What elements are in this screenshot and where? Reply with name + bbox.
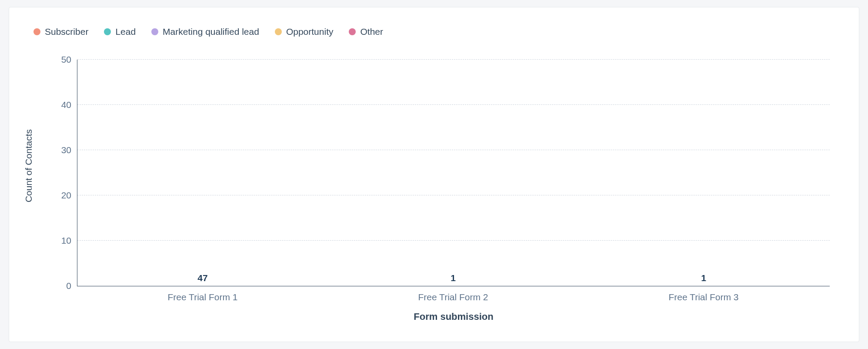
x-tick: Free Trial Form 2 bbox=[418, 292, 488, 302]
y-tick: 10 bbox=[61, 235, 71, 246]
legend-item-other[interactable]: Other bbox=[349, 27, 383, 37]
swatch-mql-icon bbox=[151, 28, 158, 35]
bar-group: 47 Free Trial Form 1 bbox=[77, 60, 328, 286]
y-tick: 20 bbox=[61, 190, 71, 201]
legend-label: Lead bbox=[115, 27, 136, 37]
x-tick: Free Trial Form 1 bbox=[167, 292, 237, 302]
chart-card: Subscriber Lead Marketing qualified lead… bbox=[9, 7, 859, 342]
swatch-opportunity-icon bbox=[275, 28, 282, 35]
legend-item-lead[interactable]: Lead bbox=[104, 27, 136, 37]
legend-item-subscriber[interactable]: Subscriber bbox=[33, 27, 88, 37]
bar-group: 1 Free Trial Form 2 bbox=[328, 60, 578, 286]
legend-label: Subscriber bbox=[45, 27, 88, 37]
legend-label: Marketing qualified lead bbox=[163, 27, 259, 37]
legend-item-opportunity[interactable]: Opportunity bbox=[275, 27, 334, 37]
value-label: 47 bbox=[197, 273, 207, 283]
legend: Subscriber Lead Marketing qualified lead… bbox=[33, 27, 383, 37]
legend-label: Other bbox=[360, 27, 383, 37]
y-tick: 30 bbox=[61, 145, 71, 155]
swatch-other-icon bbox=[349, 28, 356, 35]
value-label: 1 bbox=[451, 273, 456, 283]
value-label: 1 bbox=[701, 273, 706, 283]
y-tick: 0 bbox=[66, 281, 71, 291]
y-tick: 50 bbox=[61, 54, 71, 65]
legend-label: Opportunity bbox=[286, 27, 334, 37]
swatch-subscriber-icon bbox=[33, 28, 40, 35]
x-tick: Free Trial Form 3 bbox=[668, 292, 738, 302]
plot-area: 0 10 20 30 40 50 Count of Contacts 47 Fr… bbox=[77, 60, 830, 286]
legend-item-mql[interactable]: Marketing qualified lead bbox=[151, 27, 259, 37]
bar-group: 1 Free Trial Form 3 bbox=[578, 60, 829, 286]
y-tick: 40 bbox=[61, 100, 71, 110]
y-axis-title: Count of Contacts bbox=[23, 129, 34, 202]
x-axis-title: Form submission bbox=[414, 311, 493, 322]
swatch-lead-icon bbox=[104, 28, 111, 35]
